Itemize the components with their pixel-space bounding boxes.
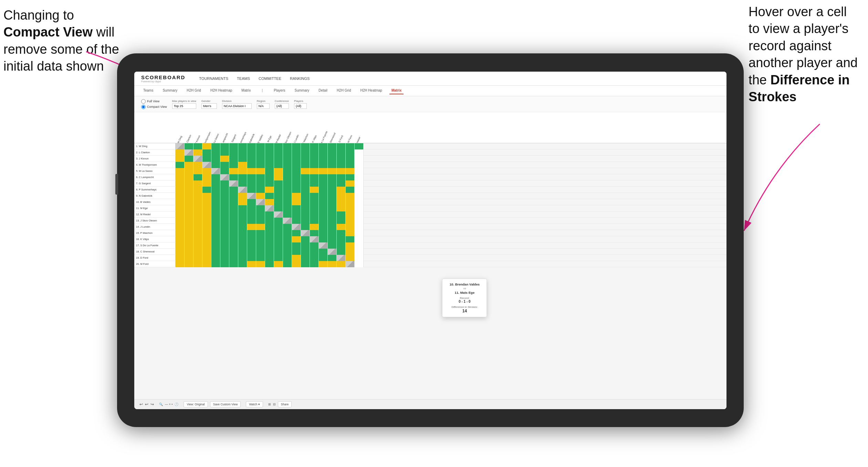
matrix-cell[interactable] bbox=[355, 187, 364, 193]
matrix-cell[interactable] bbox=[220, 174, 229, 180]
matrix-cell[interactable] bbox=[185, 224, 194, 230]
matrix-cell[interactable] bbox=[211, 149, 220, 156]
matrix-cell[interactable] bbox=[319, 236, 328, 242]
matrix-cell[interactable] bbox=[292, 168, 301, 174]
matrix-cell[interactable] bbox=[176, 218, 185, 224]
matrix-cell[interactable] bbox=[194, 242, 202, 249]
matrix-cell[interactable] bbox=[283, 211, 292, 218]
matrix-cell[interactable] bbox=[194, 174, 202, 180]
matrix-cell[interactable] bbox=[194, 149, 202, 156]
matrix-cell[interactable] bbox=[194, 230, 202, 236]
matrix-cell[interactable] bbox=[301, 261, 310, 267]
matrix-cell[interactable] bbox=[247, 255, 256, 261]
matrix-cell[interactable] bbox=[346, 149, 355, 156]
matrix-cell[interactable] bbox=[292, 218, 301, 224]
matrix-cell[interactable] bbox=[211, 205, 220, 211]
matrix-cell[interactable] bbox=[202, 218, 211, 224]
matrix-cell[interactable] bbox=[202, 168, 211, 174]
matrix-cell[interactable] bbox=[319, 174, 328, 180]
subnav-teams[interactable]: Teams bbox=[141, 87, 155, 94]
matrix-cell[interactable] bbox=[283, 230, 292, 236]
matrix-cell[interactable] bbox=[346, 162, 355, 168]
matrix-cell[interactable] bbox=[265, 242, 274, 249]
matrix-cell[interactable] bbox=[283, 180, 292, 187]
matrix-cell[interactable] bbox=[310, 193, 319, 199]
matrix-cell[interactable] bbox=[211, 187, 220, 193]
matrix-cell[interactable] bbox=[283, 236, 292, 242]
matrix-cell[interactable] bbox=[247, 261, 256, 267]
matrix-cell[interactable] bbox=[256, 211, 265, 218]
matrix-cell[interactable] bbox=[319, 193, 328, 199]
matrix-cell[interactable] bbox=[337, 187, 346, 193]
matrix-cell[interactable] bbox=[238, 149, 247, 156]
matrix-cell[interactable] bbox=[301, 230, 310, 236]
matrix-cell[interactable] bbox=[301, 180, 310, 187]
matrix-cell[interactable] bbox=[292, 261, 301, 267]
matrix-cell[interactable] bbox=[202, 224, 211, 230]
matrix-cell[interactable] bbox=[274, 143, 283, 149]
matrix-cell[interactable] bbox=[185, 156, 194, 162]
matrix-cell[interactable] bbox=[328, 187, 337, 193]
matrix-cell[interactable] bbox=[346, 261, 355, 267]
full-view-radio[interactable] bbox=[141, 99, 146, 104]
matrix-cell[interactable] bbox=[355, 168, 364, 174]
matrix-cell[interactable] bbox=[185, 143, 194, 149]
matrix-cell[interactable] bbox=[238, 162, 247, 168]
matrix-cell[interactable] bbox=[220, 168, 229, 174]
matrix-cell[interactable] bbox=[337, 261, 346, 267]
matrix-cell[interactable] bbox=[220, 162, 229, 168]
matrix-cell[interactable] bbox=[346, 230, 355, 236]
matrix-cell[interactable] bbox=[256, 242, 265, 249]
matrix-cell[interactable] bbox=[211, 156, 220, 162]
matrix-cell[interactable] bbox=[274, 174, 283, 180]
matrix-cell[interactable] bbox=[211, 230, 220, 236]
matrix-cell[interactable] bbox=[194, 180, 202, 187]
matrix-cell[interactable] bbox=[283, 242, 292, 249]
matrix-cell[interactable] bbox=[220, 218, 229, 224]
matrix-cell[interactable] bbox=[292, 230, 301, 236]
matrix-cell[interactable] bbox=[355, 143, 364, 149]
matrix-cell[interactable] bbox=[256, 224, 265, 230]
matrix-cell[interactable] bbox=[292, 162, 301, 168]
matrix-cell[interactable] bbox=[355, 230, 364, 236]
matrix-cell[interactable] bbox=[238, 187, 247, 193]
matrix-cell[interactable] bbox=[176, 205, 185, 211]
matrix-cell[interactable] bbox=[301, 143, 310, 149]
matrix-cell[interactable] bbox=[319, 218, 328, 224]
matrix-cell[interactable] bbox=[194, 224, 202, 230]
matrix-cell[interactable] bbox=[265, 162, 274, 168]
matrix-cell[interactable] bbox=[229, 218, 238, 224]
matrix-cell[interactable] bbox=[319, 249, 328, 255]
save-custom-button[interactable]: Save Custom View bbox=[210, 401, 241, 407]
matrix-cell[interactable] bbox=[319, 180, 328, 187]
matrix-cell[interactable] bbox=[301, 156, 310, 162]
matrix-cell[interactable] bbox=[238, 255, 247, 261]
matrix-cell[interactable] bbox=[319, 149, 328, 156]
nav-rankings[interactable]: RANKINGS bbox=[290, 75, 310, 82]
redo-button[interactable]: ↪ bbox=[150, 402, 154, 407]
matrix-cell[interactable] bbox=[346, 205, 355, 211]
matrix-cell[interactable] bbox=[274, 199, 283, 205]
matrix-cell[interactable] bbox=[310, 211, 319, 218]
matrix-cell[interactable] bbox=[310, 205, 319, 211]
matrix-cell[interactable] bbox=[301, 205, 310, 211]
matrix-cell[interactable] bbox=[355, 242, 364, 249]
subnav-matrix-active[interactable]: Matrix bbox=[389, 87, 404, 94]
matrix-cell[interactable] bbox=[176, 236, 185, 242]
matrix-cell[interactable] bbox=[355, 174, 364, 180]
matrix-cell[interactable] bbox=[211, 236, 220, 242]
matrix-cell[interactable] bbox=[211, 211, 220, 218]
max-players-select[interactable]: Top 25 bbox=[172, 103, 196, 109]
matrix-cell[interactable] bbox=[185, 149, 194, 156]
matrix-cell[interactable] bbox=[247, 242, 256, 249]
matrix-cell[interactable] bbox=[229, 261, 238, 267]
compact-view-option[interactable]: Compact View bbox=[141, 105, 167, 109]
matrix-cell[interactable] bbox=[301, 255, 310, 261]
matrix-cell[interactable] bbox=[247, 249, 256, 255]
matrix-cell[interactable] bbox=[211, 168, 220, 174]
matrix-cell[interactable] bbox=[310, 180, 319, 187]
matrix-cell[interactable] bbox=[274, 261, 283, 267]
region-select[interactable]: N/A (All) bbox=[257, 103, 270, 109]
matrix-cell[interactable] bbox=[346, 211, 355, 218]
matrix-cell[interactable] bbox=[256, 156, 265, 162]
